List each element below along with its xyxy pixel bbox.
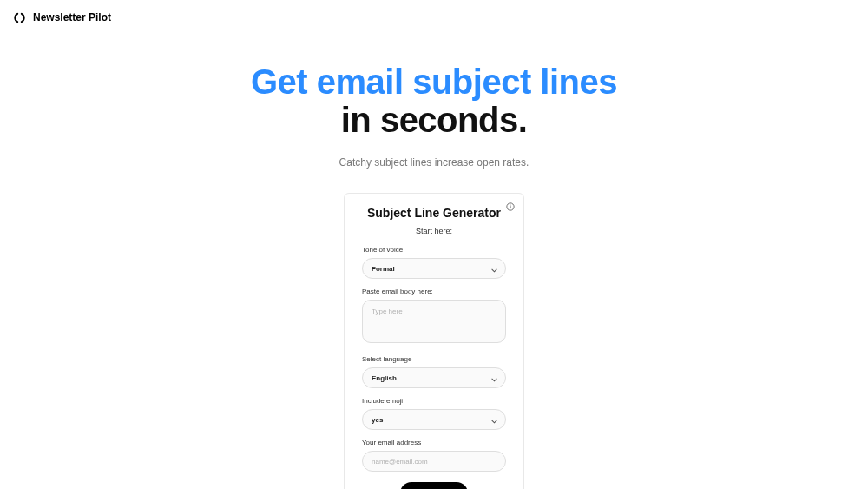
email-address-label: Your email address — [362, 439, 506, 446]
email-body-textarea[interactable] — [362, 300, 506, 343]
emoji-label: Include emoji — [362, 397, 506, 405]
hero-title-line2: in seconds. — [0, 101, 868, 139]
hero: Get email subject lines in seconds. Catc… — [0, 63, 868, 169]
hero-title-line1: Get email subject lines — [0, 63, 868, 101]
tone-select[interactable]: Formal — [362, 258, 506, 279]
header: Newsletter Pilot — [0, 0, 868, 35]
brand-name: Newsletter Pilot — [33, 11, 111, 23]
generate-button[interactable]: GENERATE — [400, 482, 468, 489]
card-start-here: Start here: — [362, 227, 506, 235]
field-tone: Tone of voice Formal — [362, 246, 506, 279]
language-select[interactable]: English — [362, 367, 506, 388]
emoji-select[interactable]: yes — [362, 409, 506, 430]
field-email-body: Paste email body here: — [362, 287, 506, 347]
svg-point-1 — [510, 204, 510, 205]
info-icon[interactable] — [506, 202, 515, 211]
email-body-label: Paste email body here: — [362, 287, 506, 295]
generator-card: Subject Line Generator Start here: Tone … — [344, 193, 524, 489]
field-language: Select language English — [362, 355, 506, 388]
field-email-address: Your email address — [362, 439, 506, 472]
card-title: Subject Line Generator — [362, 206, 506, 220]
logo-icon — [12, 10, 26, 24]
svg-rect-2 — [510, 206, 511, 208]
field-emoji: Include emoji yes — [362, 397, 506, 430]
language-label: Select language — [362, 355, 506, 363]
hero-subtitle: Catchy subject lines increase open rates… — [0, 156, 868, 169]
tone-label: Tone of voice — [362, 246, 506, 254]
email-address-input[interactable] — [362, 451, 506, 472]
